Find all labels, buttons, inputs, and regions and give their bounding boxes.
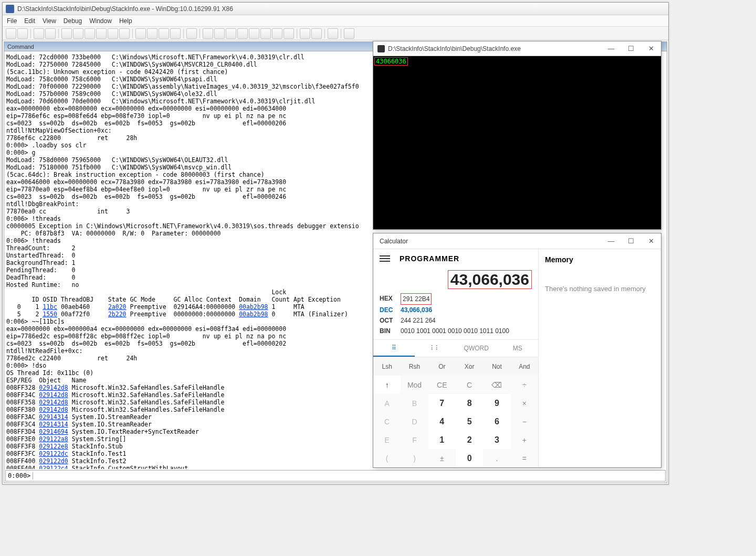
toolbar-button[interactable]: [119, 28, 130, 39]
object-link[interactable]: 029122d0: [39, 457, 68, 465]
key-÷[interactable]: ÷: [511, 376, 538, 394]
toolbar-button[interactable]: [260, 28, 271, 39]
key-⌫[interactable]: ⌫: [483, 376, 510, 394]
base-bin[interactable]: BIN0010 1001 0001 0010 0010 1011 0100: [380, 326, 532, 336]
key-and[interactable]: And: [511, 357, 538, 376]
object-link[interactable]: 02914694: [39, 428, 68, 435]
key-)[interactable]: ): [401, 449, 428, 467]
object-link[interactable]: 029142d8: [39, 384, 68, 391]
key-4[interactable]: 4: [428, 412, 456, 431]
menu-view[interactable]: View: [43, 17, 56, 25]
minimize-button[interactable]: —: [601, 43, 621, 55]
key-lsh[interactable]: Lsh: [373, 357, 401, 376]
key-d[interactable]: D: [401, 412, 428, 431]
qword-button[interactable]: QWORD: [456, 340, 497, 357]
toolbar-button[interactable]: [203, 28, 213, 39]
console-body[interactable]: 43066036: [373, 56, 661, 229]
key-f[interactable]: F: [401, 431, 428, 449]
key-e[interactable]: E: [373, 431, 401, 449]
toolbar-button[interactable]: [186, 28, 197, 39]
key-±[interactable]: ±: [428, 449, 456, 467]
key-b[interactable]: B: [401, 394, 428, 412]
toolbar-button[interactable]: [108, 28, 118, 39]
menu-edit[interactable]: Edit: [24, 17, 35, 25]
console-titlebar[interactable]: D:\StackInfo\StackInfo\bin\Debug\StackIn…: [373, 41, 661, 56]
object-link[interactable]: 029142d8: [39, 391, 68, 399]
toolbar-button[interactable]: [61, 28, 72, 39]
key-not[interactable]: Not: [483, 357, 510, 376]
maximize-button[interactable]: ☐: [621, 236, 641, 247]
object-link[interactable]: 029122a8: [39, 435, 68, 443]
base-hex[interactable]: HEX291 22B4: [380, 293, 532, 305]
key-6[interactable]: 6: [483, 412, 510, 431]
key-c[interactable]: C: [373, 412, 401, 431]
minimize-button[interactable]: —: [601, 236, 621, 247]
toolbar-button[interactable]: [73, 28, 83, 39]
toolbar-button[interactable]: [237, 28, 248, 39]
toolbar-button[interactable]: [344, 28, 354, 39]
key-.[interactable]: .: [483, 449, 510, 467]
object-link[interactable]: 029122c4: [39, 465, 68, 469]
key-a[interactable]: A: [373, 394, 401, 412]
toolbar-button[interactable]: [6, 28, 16, 39]
toolbar-button[interactable]: [226, 28, 236, 39]
menu-window[interactable]: Window: [89, 17, 112, 25]
key-9[interactable]: 9: [483, 394, 510, 412]
osid-link[interactable]: 11bc: [43, 303, 57, 311]
toolbar-button[interactable]: [147, 28, 158, 39]
key-xor[interactable]: Xor: [456, 357, 483, 376]
key-c[interactable]: C: [456, 376, 483, 394]
toolbar-button[interactable]: [284, 28, 294, 39]
toolbar-button[interactable]: [85, 28, 95, 39]
object-link[interactable]: 029122e8: [39, 443, 68, 450]
key-2[interactable]: 2: [456, 431, 483, 449]
object-link[interactable]: 02914314: [39, 421, 68, 428]
key-mod[interactable]: Mod: [401, 376, 428, 394]
key-rsh[interactable]: Rsh: [401, 357, 428, 376]
key-3[interactable]: 3: [483, 431, 510, 449]
menu-debug[interactable]: Debug: [64, 17, 82, 25]
toolbar-button[interactable]: [135, 28, 146, 39]
key-0[interactable]: 0: [456, 449, 483, 467]
object-link[interactable]: 029142d8: [39, 406, 68, 413]
key-([interactable]: (: [373, 449, 401, 467]
state-link[interactable]: 2a020: [108, 303, 127, 311]
key-8[interactable]: 8: [456, 394, 483, 412]
toolbar-button[interactable]: [272, 28, 282, 39]
domain-link[interactable]: 00ab2b98: [239, 303, 268, 311]
base-oct[interactable]: OCT244 221 264: [380, 315, 532, 326]
toolbar-button[interactable]: [170, 28, 181, 39]
close-button[interactable]: ✕: [641, 43, 661, 55]
key-=[interactable]: =: [511, 449, 538, 467]
command-input[interactable]: [33, 472, 665, 479]
toolbar-button[interactable]: [311, 28, 322, 39]
state-link[interactable]: 2b220: [108, 311, 127, 318]
key-or[interactable]: Or: [428, 357, 456, 376]
toolbar-button[interactable]: [328, 28, 338, 39]
menu-file[interactable]: File: [7, 17, 17, 25]
toolbar-button[interactable]: [17, 28, 28, 39]
toolbar-button[interactable]: [214, 28, 225, 39]
toolbar-button[interactable]: [249, 28, 259, 39]
base-dec[interactable]: DEC43,066,036: [380, 305, 532, 315]
maximize-button[interactable]: ☐: [621, 43, 641, 55]
key-×[interactable]: ×: [511, 394, 538, 412]
bit-toggle-icon[interactable]: ⠇⠇: [415, 340, 456, 357]
toolbar-button[interactable]: [96, 28, 107, 39]
menu-help[interactable]: Help: [119, 17, 132, 25]
close-button[interactable]: ✕: [641, 236, 661, 247]
keypad-mode-icon[interactable]: ⠿: [373, 340, 415, 357]
key-+[interactable]: +: [511, 431, 538, 449]
object-link[interactable]: 02914314: [39, 413, 68, 421]
key-7[interactable]: 7: [428, 394, 456, 412]
ms-button[interactable]: MS: [497, 340, 539, 357]
calc-titlebar[interactable]: Calculator — ☐ ✕: [373, 233, 661, 249]
windbg-titlebar[interactable]: D:\StackInfo\StackInfo\bin\Debug\StackIn…: [3, 3, 668, 15]
object-link[interactable]: 029122dc: [39, 450, 68, 457]
toolbar-button[interactable]: [45, 28, 56, 39]
key-↑[interactable]: ↑: [373, 376, 401, 394]
hamburger-icon[interactable]: [380, 255, 390, 262]
osid-link[interactable]: 1550: [43, 311, 57, 318]
object-link[interactable]: 029142d8: [39, 399, 68, 406]
key-ce[interactable]: CE: [428, 376, 456, 394]
